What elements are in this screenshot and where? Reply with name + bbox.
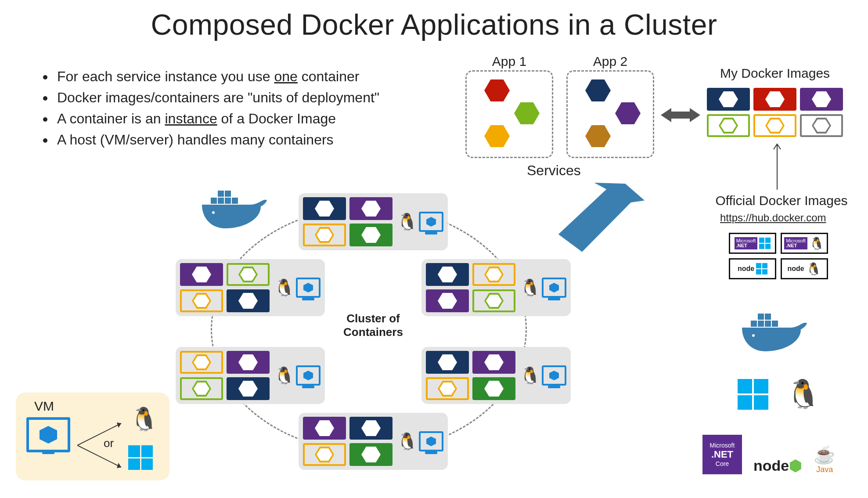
svg-rect-7 (225, 191, 231, 197)
svg-rect-15 (758, 321, 764, 327)
container-icon (180, 289, 223, 312)
container-icon (349, 443, 393, 466)
cluster-node: 🐧 (176, 259, 325, 316)
java-logo: ☕ Java (814, 444, 836, 474)
hex-icon (615, 102, 641, 124)
container-icon (349, 417, 393, 440)
bidir-arrow-icon (661, 105, 700, 125)
vm-panel: VM or 🐧 (16, 393, 169, 480)
page-title: Composed Docker Applications in a Cluste… (0, 0, 868, 41)
svg-rect-6 (218, 191, 224, 197)
linux-icon: 🐧 (397, 432, 414, 451)
hex-icon (585, 125, 611, 147)
container-icon (753, 114, 796, 137)
official-images-label: Official Docker Images (702, 193, 861, 208)
app1-box: App 1 (465, 70, 553, 158)
svg-rect-5 (225, 198, 231, 204)
container-icon (707, 88, 750, 111)
container-icon (180, 263, 223, 286)
docker-whale-icon (198, 184, 268, 235)
svg-line-10 (77, 423, 121, 445)
cluster-node: 🐧 (299, 413, 448, 470)
vm-icon (419, 431, 443, 451)
container-icon (472, 289, 515, 312)
container-icon (227, 377, 270, 400)
container-icon (472, 263, 515, 286)
vm-icon (419, 212, 443, 232)
linux-icon: 🐧 (274, 366, 292, 385)
container-icon (303, 197, 346, 220)
docker-whale-icon (738, 307, 808, 357)
vm-icon (296, 365, 321, 386)
linux-icon: 🐧 (520, 366, 537, 385)
hex-icon (484, 79, 510, 101)
os-icons: 🐧 (738, 378, 821, 411)
app2-box: App 2 (566, 70, 654, 158)
cluster-node: 🐧 (176, 347, 325, 404)
vm-icon (542, 278, 566, 298)
container-icon (707, 114, 750, 137)
container-icon (800, 88, 843, 111)
container-icon (753, 88, 796, 111)
netcore-logo: Microsoft .NET Core (702, 435, 742, 474)
container-icon (426, 263, 469, 286)
container-icon (180, 351, 223, 374)
official-image-node-win: node (729, 258, 776, 279)
tech-logos: Microsoft .NET Core node⬢ ☕ Java (702, 435, 836, 474)
container-icon (303, 443, 346, 466)
hex-icon (585, 79, 611, 101)
container-icon (227, 351, 270, 374)
container-icon (349, 224, 393, 246)
cluster-node: 🐧 (299, 193, 448, 250)
up-arrow-icon (773, 141, 782, 190)
svg-rect-4 (218, 198, 224, 204)
app2-label: App 2 (568, 54, 653, 69)
container-icon (227, 263, 270, 286)
linux-icon: 🐧 (520, 278, 537, 297)
container-icon (800, 114, 843, 137)
svg-rect-18 (765, 314, 771, 320)
container-icon (426, 377, 469, 400)
my-images-grid (707, 88, 843, 137)
hub-link[interactable]: https://hub.docker.com (720, 212, 826, 224)
linux-icon: 🐧 (274, 278, 292, 297)
bullet-item: For each service instance you use one co… (54, 66, 379, 87)
container-icon (426, 351, 469, 374)
bullet-item: A host (VM/server) handles many containe… (54, 129, 379, 150)
svg-rect-14 (751, 321, 757, 327)
svg-rect-19 (772, 321, 778, 327)
hex-icon (484, 125, 510, 147)
node-logo: node⬢ (753, 457, 802, 474)
or-label: or (104, 437, 114, 450)
svg-point-20 (752, 334, 755, 337)
official-image-net-linux: Microsoft.NET🐧 (781, 233, 828, 254)
svg-rect-8 (232, 198, 238, 204)
container-icon (472, 377, 515, 400)
container-icon (303, 417, 346, 440)
vm-icon (26, 417, 70, 452)
container-icon (303, 224, 346, 246)
bullet-list: For each service instance you use one co… (40, 66, 379, 150)
linux-icon: 🐧 (786, 378, 821, 411)
windows-icon (738, 379, 768, 410)
vm-icon (296, 278, 321, 298)
official-image-node-linux: node🐧 (781, 258, 828, 279)
official-image-net-win: Microsoft.NET (729, 233, 776, 254)
svg-rect-17 (758, 314, 764, 320)
svg-line-12 (77, 445, 121, 467)
cluster-label: Cluster ofContainers (334, 312, 413, 339)
cluster-node: 🐧 (421, 347, 571, 404)
windows-icon (128, 445, 153, 470)
svg-marker-0 (661, 108, 700, 122)
svg-point-9 (212, 211, 215, 214)
linux-icon: 🐧 (130, 406, 158, 433)
container-icon (472, 351, 515, 374)
official-images-grid: Microsoft.NET Microsoft.NET🐧 node node🐧 (729, 233, 828, 279)
container-icon (180, 377, 223, 400)
svg-rect-3 (211, 198, 217, 204)
svg-marker-2 (556, 176, 647, 259)
vm-icon (542, 365, 566, 386)
deploy-arrow-icon (540, 176, 650, 259)
container-icon (426, 289, 469, 312)
my-images-label: My Docker Images (720, 66, 830, 81)
